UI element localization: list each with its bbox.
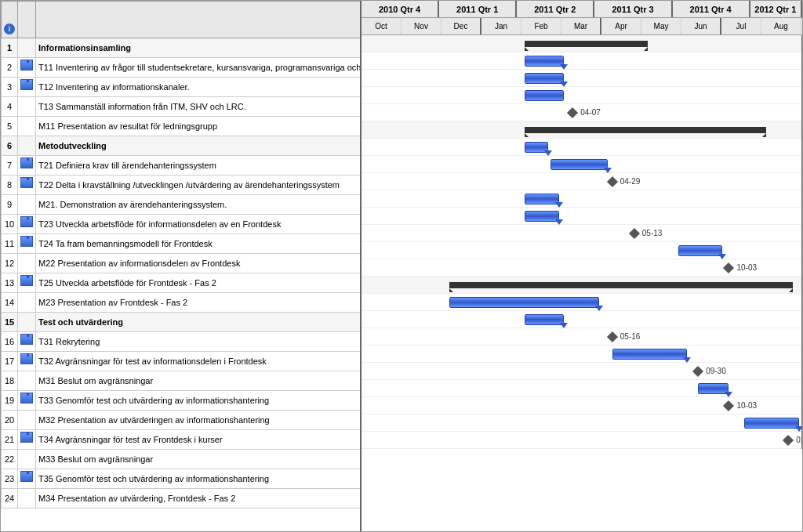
- row-icon-cell: [18, 450, 36, 469]
- task-bar[interactable]: [525, 314, 564, 325]
- task-bar[interactable]: [744, 418, 799, 429]
- row-id: 15: [2, 313, 18, 332]
- table-row: 20M32 Presentation av utvärderingen av i…: [2, 411, 362, 430]
- milestone-diamond: [567, 107, 578, 118]
- gantt-row: [362, 294, 801, 311]
- task-bar[interactable]: [612, 349, 687, 360]
- row-label: T25 Utveckla arbetsflöde för Frontdesk -…: [36, 273, 362, 293]
- dependency-arrow: [604, 168, 612, 173]
- row-label: M33 Beslut om avgränsningar: [36, 450, 362, 469]
- task-icon[interactable]: [20, 79, 33, 90]
- table-row: 21T34 Avgränsningar för test av Frontdes…: [2, 430, 362, 450]
- gantt-row: 10-03: [362, 397, 801, 414]
- row-id: 4: [2, 97, 18, 117]
- task-bar[interactable]: [525, 73, 564, 84]
- task-bar[interactable]: [449, 297, 599, 308]
- task-icon[interactable]: [20, 393, 33, 404]
- gantt-row: [362, 380, 801, 397]
- task-icon[interactable]: [20, 353, 33, 364]
- task-icon[interactable]: [20, 216, 33, 227]
- activity-header: [36, 2, 362, 38]
- quarter-cell: 2012 Qtr 1: [750, 1, 802, 17]
- row-id: 24: [2, 489, 18, 508]
- gantt-row: [362, 156, 801, 173]
- task-icon[interactable]: [20, 236, 33, 247]
- row-id: 2: [2, 58, 18, 78]
- row-id: 16: [2, 332, 18, 352]
- task-bar[interactable]: [678, 245, 722, 256]
- row-id: 6: [2, 136, 18, 156]
- row-label: M32 Presentation av utvärderingen av inf…: [36, 411, 362, 430]
- month-cell: Oct: [362, 18, 402, 34]
- gantt-row: [362, 190, 801, 208]
- left-table: i 1Informationsinsamling2T11 Inventering…: [1, 1, 362, 531]
- month-cell: Mar: [561, 18, 601, 34]
- task-icon[interactable]: [20, 275, 33, 286]
- gantt-row: [362, 35, 801, 52]
- table-row: 10T23 Utveckla arbetsflöde för informati…: [2, 215, 362, 234]
- row-label: T32 Avgränsningar för test av informatio…: [36, 352, 362, 371]
- row-label: T13 Sammanställ information från ITM, SH…: [36, 97, 362, 117]
- gantt-row: [362, 414, 801, 432]
- task-icon[interactable]: [20, 432, 33, 443]
- row-id: 13: [2, 273, 18, 293]
- row-icon-cell: [18, 176, 36, 195]
- row-label: T11 Inventering av frågor till studentse…: [36, 58, 362, 78]
- task-icon[interactable]: [20, 177, 33, 188]
- table-row: 3T12 Inventering av informationskanaler.: [2, 78, 362, 97]
- gantt-row: 05-13: [362, 225, 801, 242]
- task-bar[interactable]: [525, 56, 564, 67]
- task-bar[interactable]: [525, 194, 560, 204]
- month-cell: Jun: [681, 18, 721, 34]
- gantt-quarter-row: 2010 Qtr 42011 Qtr 12011 Qtr 22011 Qtr 3…: [362, 1, 802, 18]
- month-cell: Jan: [481, 18, 521, 34]
- row-icon-cell: [18, 156, 36, 176]
- table-row: 14M23 Presentation av Frontdesk - Fas 2: [2, 293, 362, 313]
- info-icon[interactable]: i: [4, 24, 15, 34]
- milestone-label: 05-13: [642, 229, 663, 237]
- gantt-row: [362, 139, 801, 156]
- row-icon-cell: [18, 38, 36, 58]
- summary-bar: [449, 282, 793, 288]
- task-bar[interactable]: [525, 211, 560, 222]
- milestone-diamond: [629, 228, 640, 239]
- table-row: 6Metodutveckling: [2, 136, 362, 156]
- month-cell: Aug: [761, 18, 801, 34]
- milestone-diamond: [723, 400, 734, 411]
- task-icon[interactable]: [20, 157, 33, 168]
- row-id: 7: [2, 156, 18, 176]
- table-row: 5M11 Presentation av resultat för lednin…: [2, 117, 362, 136]
- gantt-row: [362, 121, 801, 139]
- month-cell: Feb: [521, 18, 561, 34]
- row-icon-cell: [18, 97, 36, 117]
- row-label: M23 Presentation av Frontdesk - Fas 2: [36, 293, 362, 313]
- summary-bar: [525, 127, 767, 133]
- row-id: 18: [2, 371, 18, 391]
- milestone-diamond: [607, 331, 618, 342]
- row-icon-cell: [18, 391, 36, 411]
- table-row: 17T32 Avgränsningar för test av informat…: [2, 352, 362, 371]
- task-bar[interactable]: [550, 159, 608, 170]
- table-row: 22M33 Beslut om avgränsningar: [2, 450, 362, 469]
- task-icon[interactable]: [20, 334, 33, 345]
- gantt-body: 04-0704-2905-1310-0305-1609-3010-0301-26: [362, 35, 802, 449]
- milestone-label: 10-03: [736, 401, 757, 410]
- dependency-arrow: [718, 254, 726, 259]
- task-bar[interactable]: [525, 90, 564, 101]
- table-row: 4T13 Sammanställ information från ITM, S…: [2, 97, 362, 117]
- month-cell: Apr: [601, 18, 641, 34]
- icon-header: [18, 2, 36, 38]
- row-id: 3: [2, 78, 18, 97]
- milestone-diamond: [723, 262, 734, 273]
- row-id: 1: [2, 38, 18, 58]
- dependency-arrow: [683, 357, 691, 363]
- table-row: 18M31 Beslut om avgränsningar: [2, 371, 362, 391]
- gantt-row: [362, 277, 801, 294]
- milestone-label: 04-07: [580, 108, 601, 117]
- table-row: 2T11 Inventering av frågor till students…: [2, 58, 362, 78]
- row-label: T34 Avgränsningar för test av Frontdesk …: [36, 430, 362, 450]
- task-icon[interactable]: [20, 471, 33, 482]
- quarter-cell: 2011 Qtr 2: [517, 1, 594, 17]
- task-icon[interactable]: [20, 60, 33, 71]
- table-row: 16T31 Rekrytering: [2, 332, 362, 352]
